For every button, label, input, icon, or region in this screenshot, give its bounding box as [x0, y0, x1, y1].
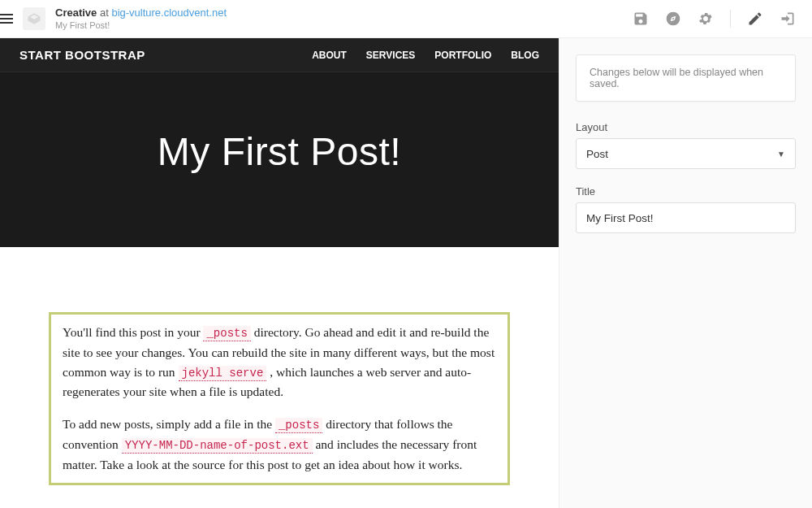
nav-blog[interactable]: BLOG — [511, 50, 539, 61]
layout-select[interactable]: Post ▼ — [576, 138, 796, 169]
code-snippet: YYYY-MM-DD-name-of-post.ext — [122, 438, 313, 454]
site-url-link[interactable]: big-vulture.cloudvent.net — [111, 7, 227, 19]
chevron-down-icon: ▼ — [777, 150, 785, 158]
site-preview: START BOOTSTRAP ABOUT SERVICES PORTFOLIO… — [0, 38, 559, 508]
page-title: My First Post! — [55, 20, 227, 31]
breadcrumb: Creative at big-vulture.cloudvent.net My… — [55, 7, 227, 32]
compass-icon[interactable] — [665, 11, 681, 27]
menu-icon[interactable] — [0, 14, 13, 24]
layout-label: Layout — [576, 121, 796, 133]
code-snippet: _posts — [275, 418, 322, 433]
title-input[interactable] — [576, 202, 796, 233]
code-snippet: jekyll serve — [179, 366, 267, 381]
toolbar-divider — [730, 10, 731, 28]
save-icon[interactable] — [633, 11, 649, 27]
editor-sidebar: Changes below will be displayed when sav… — [559, 38, 812, 508]
topbar: Creative at big-vulture.cloudvent.net My… — [0, 0, 812, 38]
svg-point-0 — [672, 18, 674, 20]
save-notice: Changes below will be displayed when sav… — [576, 54, 796, 102]
nav-about[interactable]: ABOUT — [312, 50, 347, 61]
site-avatar — [23, 7, 45, 30]
hero-title: My First Post! — [16, 129, 542, 174]
site-nav: START BOOTSTRAP ABOUT SERVICES PORTFOLIO… — [0, 38, 559, 72]
title-label: Title — [576, 185, 796, 198]
gear-icon[interactable] — [698, 11, 714, 27]
nav-portfolio[interactable]: PORTFOLIO — [434, 50, 491, 61]
site-name: Creative — [55, 7, 97, 19]
site-brand[interactable]: START BOOTSTRAP — [19, 48, 145, 62]
exit-icon[interactable] — [780, 11, 796, 27]
post-content-editable[interactable]: You'll find this post in your _posts dir… — [49, 312, 510, 485]
edit-icon[interactable] — [747, 11, 763, 27]
site-hero: My First Post! — [0, 72, 559, 247]
code-snippet: _posts — [203, 326, 250, 341]
nav-services[interactable]: SERVICES — [366, 50, 415, 61]
